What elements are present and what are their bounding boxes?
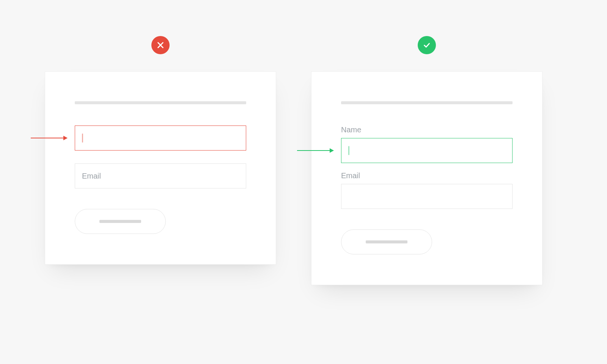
email-placeholder: Email bbox=[82, 172, 101, 180]
bad-form-card: Email bbox=[45, 71, 276, 265]
button-label-placeholder bbox=[366, 240, 407, 243]
close-icon bbox=[156, 41, 165, 49]
title-placeholder bbox=[75, 101, 246, 104]
email-input[interactable] bbox=[341, 184, 513, 209]
pointer-arrow-icon bbox=[31, 138, 67, 138]
good-example: Name Email bbox=[311, 36, 543, 285]
email-input[interactable]: Email bbox=[75, 163, 246, 188]
bad-example: Email bbox=[45, 36, 276, 265]
pointer-arrow-icon bbox=[297, 150, 333, 151]
name-input[interactable] bbox=[341, 138, 513, 163]
error-badge-icon bbox=[151, 36, 170, 54]
check-icon bbox=[423, 41, 431, 49]
submit-button[interactable] bbox=[75, 209, 166, 234]
text-caret-icon bbox=[82, 133, 83, 143]
success-badge-icon bbox=[418, 36, 436, 54]
submit-button[interactable] bbox=[341, 229, 432, 254]
name-input[interactable] bbox=[75, 126, 246, 151]
text-caret-icon bbox=[348, 146, 349, 155]
name-label: Name bbox=[341, 126, 513, 134]
email-label: Email bbox=[341, 171, 513, 180]
title-placeholder bbox=[341, 101, 513, 104]
good-form-card: Name Email bbox=[311, 71, 543, 285]
button-label-placeholder bbox=[99, 220, 141, 223]
